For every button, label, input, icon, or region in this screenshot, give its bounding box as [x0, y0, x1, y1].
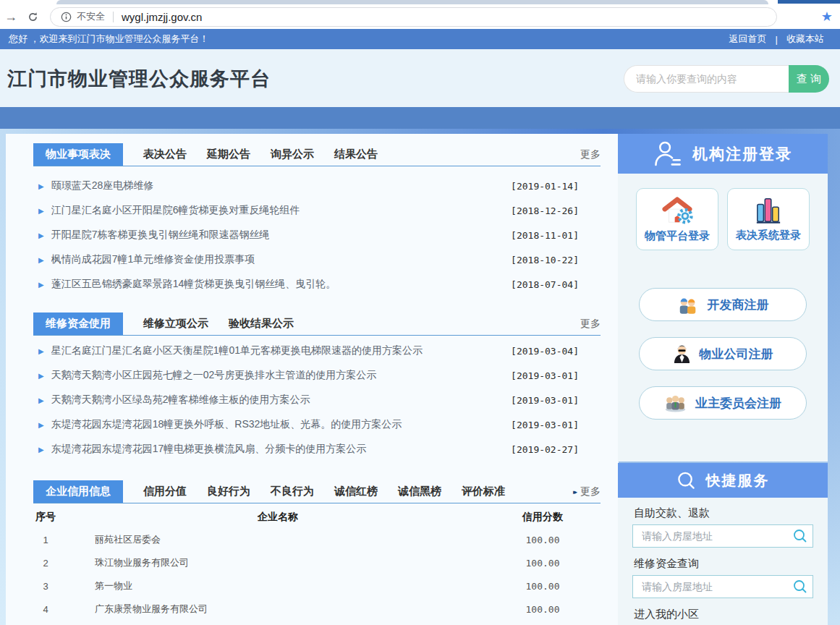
bullet-arrow-icon: ▶	[38, 256, 44, 264]
cell-company-name[interactable]: 广东康景物业服务有限公司	[67, 603, 488, 616]
cell-score: 100.00	[488, 535, 597, 545]
tab-bad-behavior[interactable]: 不良行为	[271, 480, 314, 503]
table-row: 3第一物业100.00	[24, 574, 597, 598]
tab-result-announcement[interactable]: 结果公告	[334, 143, 378, 166]
cell-no: 3	[24, 581, 67, 592]
list-item: ▶蓬江区五邑锦绣豪庭翠景路14幢货梯更换曳引钢丝绳、曳引轮。[2018-07-0…	[38, 272, 579, 297]
login-panel-body: 物管平台登录 表决系统登录 开发商注册	[618, 174, 828, 462]
owners-committee-register-button[interactable]: 业主委员会注册	[639, 386, 807, 420]
cell-no: 2	[24, 558, 67, 569]
list-item: ▶江门星汇名庭小区开阳星院6幢货梯更换对重反绳轮组件[2018-12-26]	[38, 198, 579, 223]
welcome-links-separator: |	[776, 34, 778, 45]
more-link[interactable]: 更多	[580, 143, 601, 166]
url-divider	[113, 12, 114, 22]
tab-voting-active[interactable]: 物业事项表决	[33, 143, 123, 166]
tab-integrity-black-list[interactable]: 诚信黑榜	[398, 480, 441, 503]
cell-score: 100.00	[488, 558, 597, 569]
list-item-link[interactable]: 枫情尚成花园7幢1单元维修资金使用投票事项	[51, 253, 502, 266]
magnifier-icon[interactable]	[793, 529, 807, 546]
list-item-date: [2019-03-01]	[511, 395, 579, 406]
list-item-link[interactable]: 江门星汇名庭小区开阳星院6幢货梯更换对重反绳轮组件	[51, 204, 502, 217]
list-item-link[interactable]: 开阳星院7栋客梯更换曳引钢丝绳和限速器钢丝绳	[51, 229, 502, 242]
forward-arrow-icon[interactable]: →	[4, 10, 17, 23]
magnifier-icon[interactable]	[793, 579, 807, 597]
list-item: ▶天鹅湾天鹅湾小区绿岛苑2幢客梯维修主板的使用方案公示[2019-03-01]	[38, 388, 579, 412]
credit-table-header: 序号 企业名称 信用分数	[24, 506, 597, 528]
tab-acceptance-result-publicity[interactable]: 验收结果公示	[229, 312, 294, 335]
list-item-date: [2018-12-26]	[511, 205, 579, 216]
list-item-link[interactable]: 星汇名庭江门星汇名庭小区天衡星院1幢01单元客梯更换电梯限速器的使用方案公示	[51, 344, 502, 357]
main-nav-bar	[0, 107, 840, 129]
cell-company-name[interactable]: 丽苑社区居委会	[67, 533, 488, 546]
info-circle-icon[interactable]	[61, 12, 72, 22]
list-item-date: [2019-03-01]	[511, 370, 579, 381]
browser-toolbar: → 不安全 wygl.jmzjj.gov.cn ★	[0, 4, 840, 29]
house-gear-icon	[661, 196, 694, 225]
list-item-link[interactable]: 东堤湾花园东堤湾花园18幢更换外呼板、RS32地址板、光幕。的使用方案公示	[51, 418, 502, 431]
bullet-arrow-icon: ▶	[38, 372, 44, 380]
welcome-greeting: 您好 ，欢迎来到江门市物业管理公众服务平台！	[9, 33, 209, 46]
double-arrow-icon: ▸▸	[573, 488, 577, 496]
property-platform-login-card[interactable]: 物管平台登录	[636, 188, 718, 250]
list-item-link[interactable]: 东堤湾花园东堤湾花园17幢电梯更换横流风扇、分频卡的使用方案公示	[51, 443, 502, 456]
page: → 不安全 wygl.jmzjj.gov.cn ★ 您好 ，欢迎来到江门市物业管…	[0, 0, 840, 625]
quick-service-group: 维修资金查询	[632, 557, 813, 598]
tab-delay-announcement[interactable]: 延期公告	[207, 143, 250, 166]
bullet-arrow-icon: ▶	[38, 396, 44, 404]
house-address-input[interactable]	[632, 575, 813, 598]
list-item-link[interactable]: 颐璟蓝天28座电梯维修	[51, 179, 502, 192]
credit-table: 序号 企业名称 信用分数 1丽苑社区居委会100.00 2珠江物业服务有限公司1…	[24, 506, 597, 621]
tab-repair-fund-active[interactable]: 维修资金使用	[33, 312, 123, 335]
property-company-register-button[interactable]: 物业公司注册	[639, 337, 807, 370]
list-item-date: [2019-01-14]	[511, 181, 579, 192]
tab-good-behavior[interactable]: 良好行为	[207, 480, 250, 503]
tab-repair-project-publicity[interactable]: 维修立项公示	[143, 312, 208, 335]
tab-enterprise-credit-active[interactable]: 企业信用信息	[33, 480, 123, 503]
list-item-link[interactable]: 天鹅湾天鹅湾小区庄园苑七幢之一02号房更换排水主管道的使用方案公示	[51, 369, 502, 382]
tab-integrity-red-list[interactable]: 诚信红榜	[334, 480, 378, 503]
content-area: 物业事项表决 表决公告 延期公告 询异公示 结果公告 更多 ▶颐璟蓝天28座电梯…	[0, 129, 840, 625]
site-header: 江门市物业管理公众服务平台 查 询	[0, 49, 840, 107]
register-button-label: 物业公司注册	[700, 346, 773, 362]
browser-frame	[778, 0, 840, 4]
cell-company-name[interactable]: 珠江物业服务有限公司	[67, 556, 488, 569]
cell-score: 100.00	[488, 581, 597, 592]
input-wrap	[632, 524, 813, 548]
bullet-arrow-icon: ▶	[38, 347, 44, 355]
magnifier-icon	[676, 471, 696, 490]
search-input[interactable]	[624, 65, 789, 93]
home-link[interactable]: 返回首页	[729, 33, 767, 46]
cell-company-name[interactable]: 第一物业	[67, 579, 488, 592]
more-link[interactable]: 更多	[580, 312, 601, 335]
repair-fund-query-label: 维修资金查询	[634, 557, 813, 571]
favorite-link[interactable]: 收藏本站	[786, 33, 824, 46]
table-row: 2珠江物业服务有限公司100.00	[24, 551, 597, 574]
login-cards: 物管平台登录 表决系统登录	[618, 174, 828, 250]
security-label: 不安全	[77, 10, 105, 23]
bullet-arrow-icon: ▶	[38, 182, 44, 190]
browser-tab-strip	[0, 0, 840, 4]
tab-inquiry-publicity[interactable]: 询异公示	[271, 143, 314, 166]
house-address-input[interactable]	[632, 524, 813, 548]
url-text[interactable]: wygl.jmzjj.gov.cn	[122, 11, 202, 23]
search-button[interactable]: 查 询	[789, 65, 829, 93]
bookmark-star-icon[interactable]: ★	[821, 10, 833, 23]
cell-no: 1	[24, 535, 67, 545]
voting-system-login-card[interactable]: 表决系统登录	[727, 188, 810, 250]
welcome-links: 返回首页 | 收藏本站	[729, 33, 831, 46]
browser-active-tab[interactable]	[56, 0, 768, 4]
address-bar[interactable]: 不安全 wygl.jmzjj.gov.cn	[50, 7, 777, 27]
section-repair-fund: 维修资金使用 维修立项公示 验收结果公示 更多 ▶星汇名庭江门星汇名庭小区天衡星…	[6, 312, 619, 466]
list-item-link[interactable]: 蓬江区五邑锦绣豪庭翠景路14幢货梯更换曳引钢丝绳、曳引轮。	[51, 278, 502, 291]
reload-icon[interactable]	[27, 11, 39, 23]
tab-evaluation-standard[interactable]: 评价标准	[462, 480, 505, 503]
voting-list: ▶颐璟蓝天28座电梯维修[2019-01-14] ▶江门星汇名庭小区开阳星院6幢…	[6, 166, 619, 301]
list-item-link[interactable]: 天鹅湾天鹅湾小区绿岛苑2幢客梯维修主板的使用方案公示	[51, 394, 502, 407]
register-buttons: 开发商注册 物业公司注册 业主委员会注册	[618, 250, 828, 420]
developer-register-button[interactable]: 开发商注册	[639, 288, 807, 321]
bullet-arrow-icon: ▶	[38, 231, 44, 239]
tab-voting-announcement[interactable]: 表决公告	[143, 143, 187, 166]
card-label: 表决系统登录	[736, 229, 801, 242]
tab-credit-score[interactable]: 信用分值	[143, 480, 187, 503]
more-link[interactable]: ▸▸更多	[573, 480, 601, 503]
